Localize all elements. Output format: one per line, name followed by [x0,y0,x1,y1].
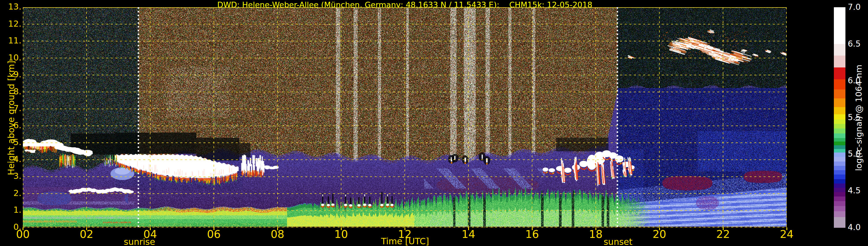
y-tick-label: 6. [0,120,22,130]
colorbar-title: log(rc-signal) @ 1064 nm [854,45,864,190]
colorbar-segment [834,201,845,206]
backscatter-heatmap [23,7,787,227]
x-tick-mark [277,227,278,230]
y-tick-label: 10. [0,53,22,63]
x-tick-mark [23,227,24,230]
colorbar-segment [834,145,845,149]
y-tick-label: 13. [0,2,22,11]
y-axis-title: Height above ground [km] [6,46,16,190]
colorbar-segment [834,44,845,56]
colorbar-segment [834,175,845,179]
colorbar-segment [834,188,845,192]
colorbar-segment [834,133,845,138]
colorbar-segment [834,114,845,120]
colorbar-segment [834,166,845,171]
x-tick-mark [150,227,151,230]
colorbar-segment [834,89,845,98]
x-tick-mark [595,227,596,230]
colorbar-segment [834,142,845,145]
x-tick-mark [723,227,724,230]
colorbar-segment [834,157,845,161]
x-tick-mark [468,227,469,230]
sunrise-label: sunrise [111,237,168,246]
colorbar-segment [834,107,845,115]
x-tick-mark [404,227,405,230]
colorbar-segment [834,183,845,188]
y-tick-label: 3. [0,171,22,181]
colorbar-segment [834,179,845,184]
x-tick-mark [214,227,214,230]
y-tick-label: 5. [0,137,22,147]
colorbar-tick-label: 4.0 [848,222,861,232]
y-tick-label: 8. [0,87,22,96]
y-tick-label: 2. [0,188,22,198]
colorbar-segment [834,206,845,211]
colorbar-segment [834,79,845,90]
x-axis-title: Time [UTC] [362,236,448,246]
colorbar-segment [834,128,845,134]
colorbar-segment [834,7,845,44]
sunset-label: sunset [589,237,647,246]
colorbar-segment [834,153,845,157]
y-tick-label: 9. [0,69,22,79]
colorbar-segment [834,161,845,166]
colorbar-segment [834,124,845,128]
colorbar [834,7,845,227]
x-tick-mark [659,227,660,230]
colorbar-segment [834,98,845,107]
colorbar-segment [834,170,845,175]
colorbar-segment [834,138,845,142]
colorbar-segment [834,196,845,201]
x-tick-mark [86,227,87,230]
ceilometer-quicklook-window: DWD: Helene-Weber-Allee (München, German… [0,0,868,246]
y-tick-label: 11. [0,36,22,45]
y-tick-label: 1. [0,205,22,215]
x-tick-mark [341,227,342,230]
colorbar-tick-label: 7.0 [848,2,861,12]
x-tick-mark [532,227,533,230]
y-tick-label: 7. [0,103,22,113]
colorbar-segment [834,192,845,197]
y-tick-label: 4. [0,154,22,164]
colorbar-segment [834,120,845,124]
colorbar-segment [834,149,845,153]
y-tick-label: 12. [0,19,22,29]
colorbar-segment [834,211,845,217]
colorbar-segment [834,67,845,79]
x-tick-mark [786,227,787,230]
colorbar-segment [834,56,845,67]
colorbar-segment [834,217,845,227]
